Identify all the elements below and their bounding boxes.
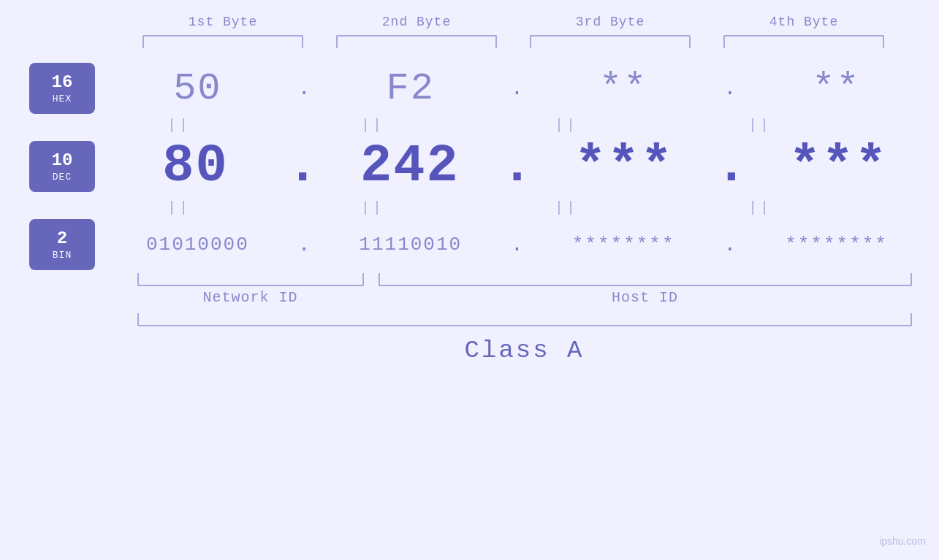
dec-byte-4: *** [758, 137, 919, 196]
bin-dot-2: . [506, 234, 528, 256]
bin-byte-3: ******** [543, 234, 704, 256]
dec-dot-2: . [501, 137, 533, 196]
dec-dot-3: . [715, 137, 747, 196]
watermark: ipshu.com [879, 535, 926, 547]
bin-values: 01010000 . 11110010 . ******** . *******… [95, 234, 939, 256]
byte-header-3: 3rd Byte [530, 15, 691, 29]
host-bracket [379, 273, 912, 286]
hex-byte-2: F2 [330, 67, 491, 110]
hex-base-name: HEX [53, 93, 72, 104]
bin-base-name: BIN [53, 250, 72, 261]
hex-dot-3: . [719, 77, 741, 100]
id-labels: Network ID Host ID [137, 289, 912, 306]
bin-byte-1: 01010000 [117, 234, 278, 256]
bottom-brackets-container [137, 273, 912, 286]
bin-label-box: 2 BIN [29, 219, 95, 270]
sep-5: || [99, 199, 259, 216]
bracket-4 [723, 35, 884, 48]
sep-3: || [486, 117, 647, 134]
full-bottom-bracket [137, 313, 912, 326]
hex-byte-1: 50 [117, 67, 278, 110]
hex-label-box: 16 HEX [29, 63, 95, 114]
dec-byte-3: *** [544, 137, 704, 196]
byte-header-4: 4th Byte [723, 15, 884, 29]
bin-byte-4: ******** [756, 234, 917, 256]
sep-1: || [99, 117, 259, 134]
dec-base-name: DEC [53, 172, 72, 183]
bracket-1 [142, 35, 303, 48]
sep-dec-bin: || || || || [83, 199, 857, 216]
byte-headers-row: 1st Byte 2nd Byte 3rd Byte 4th Byte [126, 15, 901, 29]
dec-byte-1: 80 [115, 137, 276, 196]
hex-byte-3: ** [543, 67, 704, 110]
dec-label-box: 10 DEC [29, 141, 95, 192]
sep-hex-dec: || || || || [83, 117, 857, 134]
hex-base-number: 16 [52, 72, 73, 93]
network-id-label: Network ID [137, 289, 364, 306]
bracket-3 [530, 35, 691, 48]
bin-base-number: 2 [57, 229, 67, 250]
hex-values: 50 . F2 . ** . ** [95, 67, 939, 110]
sep-2: || [292, 117, 453, 134]
dec-byte-2: 242 [330, 137, 490, 196]
hex-row: 16 HEX 50 . F2 . ** . ** [0, 63, 939, 114]
dec-dot-1: . [287, 137, 319, 196]
class-label: Class A [137, 337, 912, 364]
dec-base-number: 10 [52, 150, 73, 172]
host-id-label: Host ID [379, 289, 912, 306]
dec-values: 80 . 242 . *** . *** [95, 137, 939, 196]
bracket-2 [336, 35, 497, 48]
sep-7: || [486, 199, 647, 216]
bin-byte-2: 11110010 [330, 234, 491, 256]
full-bracket-container [137, 313, 912, 326]
top-brackets [126, 35, 901, 48]
bin-dot-1: . [293, 234, 315, 256]
bin-dot-3: . [719, 234, 741, 256]
byte-header-2: 2nd Byte [336, 15, 497, 29]
sep-6: || [292, 199, 453, 216]
byte-header-1: 1st Byte [142, 15, 303, 29]
hex-dot-1: . [293, 77, 315, 100]
dec-row: 10 DEC 80 . 242 . *** . *** [0, 137, 939, 196]
hex-byte-4: ** [756, 67, 917, 110]
bracket-gap [364, 273, 379, 286]
bin-row: 2 BIN 01010000 . 11110010 . ******** . *… [0, 219, 939, 270]
main-container: 1st Byte 2nd Byte 3rd Byte 4th Byte 16 H… [0, 0, 939, 560]
sep-8: || [680, 199, 840, 216]
sep-4: || [680, 117, 840, 134]
network-bracket [137, 273, 364, 286]
hex-dot-2: . [506, 77, 528, 100]
